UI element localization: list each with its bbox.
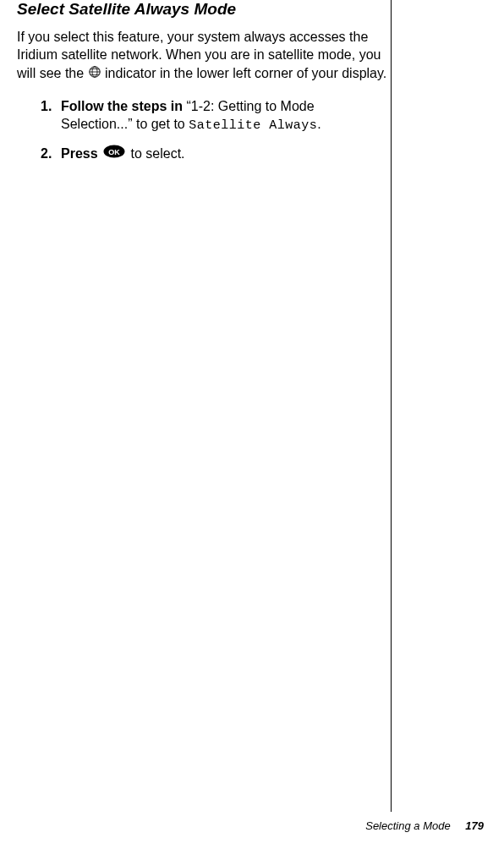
- step-1: 1. Follow the steps in “1-2: Getting to …: [41, 97, 389, 135]
- step-2: 2. Press OK to select.: [41, 145, 389, 164]
- section-heading: Select Satellite Always Mode: [17, 0, 389, 19]
- svg-text:OK: OK: [108, 148, 120, 156]
- step-bold-text: Press: [61, 146, 101, 161]
- page-footer: Selecting a Mode 179: [365, 819, 484, 832]
- step-bold-text: Follow the steps in: [61, 99, 186, 113]
- globe-icon: [89, 64, 101, 83]
- ok-button-icon: OK: [103, 145, 125, 163]
- step-plain-text-2: .: [317, 117, 320, 131]
- step-number: 1.: [41, 97, 52, 116]
- footer-section-title: Selecting a Mode: [365, 819, 450, 832]
- intro-text-after-icon: indicator in the lower left corner of yo…: [105, 66, 386, 80]
- menu-item-text: Satellite Always: [189, 118, 317, 133]
- intro-paragraph: If you select this feature, your system …: [17, 28, 389, 84]
- steps-list: 1. Follow the steps in “1-2: Getting to …: [17, 97, 389, 164]
- footer-page-number: 179: [465, 819, 484, 832]
- step-number: 2.: [41, 145, 52, 163]
- vertical-divider: [391, 0, 392, 812]
- step-plain-text: to select.: [127, 146, 184, 161]
